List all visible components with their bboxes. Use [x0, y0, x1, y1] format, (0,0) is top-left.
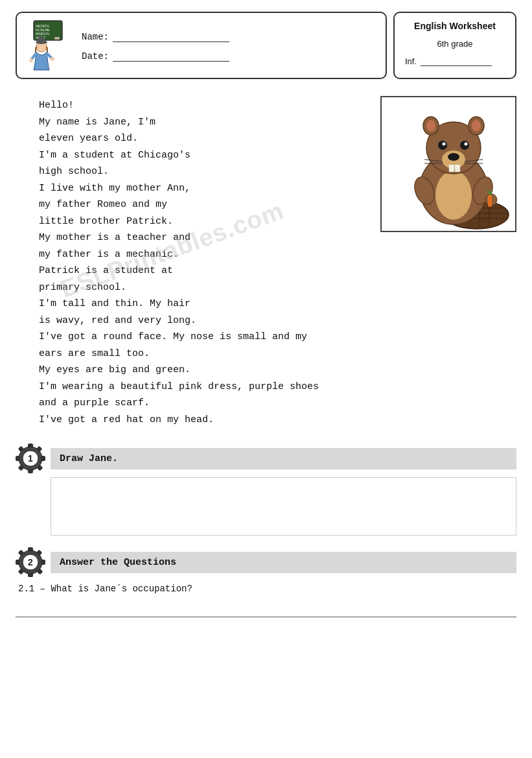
mother-line: My mother is a teacher and — [39, 230, 374, 246]
svg-text:1: 1 — [28, 453, 33, 464]
inf-row: Inf. — [405, 56, 505, 66]
exercise-2-label: Answer the Questions — [51, 552, 516, 573]
svg-rect-36 — [455, 165, 460, 172]
name-line: My name is Jane, I'm — [39, 114, 374, 131]
svg-point-12 — [51, 57, 54, 61]
father-line: my father is a mechanic. — [39, 246, 374, 263]
svg-point-27 — [472, 120, 481, 132]
hat-line: I've got a red hat on my head. — [39, 412, 374, 429]
ears-line: ears are small too. — [39, 346, 374, 362]
live-line2: my father Romeo and my — [39, 196, 374, 213]
svg-point-22 — [435, 171, 472, 220]
reading-text: Hello! My name is Jane, I'm eleven years… — [16, 93, 380, 432]
name-field[interactable] — [113, 32, 229, 42]
live-line1: I live with my mother Ann, — [39, 180, 374, 197]
exercise-1-header: 1 Draw Jane. — [16, 444, 516, 473]
hair-line: is wavy, red and very long. — [39, 313, 374, 329]
drawing-area[interactable] — [51, 477, 516, 536]
svg-rect-44 — [488, 195, 492, 207]
student-line1: I'm a student at Chicago's — [39, 147, 374, 164]
exercise-2-badge: 2 — [16, 547, 45, 577]
gear-badge-1: 1 — [16, 444, 45, 473]
live-line3: little brother Patrick. — [39, 213, 374, 230]
svg-rect-35 — [449, 165, 454, 172]
answer-line-2-1[interactable] — [16, 606, 516, 617]
patrick-line2: primary school. — [39, 279, 374, 296]
age-line: eleven years old. — [39, 130, 374, 147]
svg-rect-8 — [38, 37, 45, 43]
image-box — [380, 96, 516, 232]
content-area: ESLPrintables.com Hello! My name is Jane… — [16, 93, 516, 432]
teacher-illustration: ABCDEFG HIJKLMN OPQRSTU VWXYZ — [22, 19, 74, 71]
beaver-illustration — [386, 96, 515, 231]
date-row: Date: — [82, 51, 229, 62]
name-date-block: Name: Date: — [82, 29, 229, 62]
worksheet-title: English Worksheet — [405, 21, 505, 31]
grade-text: 6th grade — [405, 39, 505, 49]
svg-point-31 — [465, 143, 468, 146]
svg-point-30 — [443, 143, 446, 146]
svg-point-26 — [426, 120, 435, 132]
face-line: I've got a round face. My nose is small … — [39, 329, 374, 346]
exercise-1-badge: 1 — [16, 444, 45, 473]
name-row: Name: — [82, 32, 229, 42]
wearing-line1: I'm wearing a beautiful pink dress, purp… — [39, 379, 374, 396]
header-left-box: ABCDEFG HIJKLMN OPQRSTU VWXYZ — [16, 12, 387, 79]
wearing-line2: and a purple scarf. — [39, 395, 374, 412]
inf-label: Inf. — [405, 56, 417, 66]
svg-point-11 — [29, 58, 33, 62]
student-line2: high school. — [39, 163, 374, 180]
svg-rect-5 — [54, 37, 60, 40]
hello-line: Hello! — [39, 97, 374, 114]
exercise-1-label: Draw Jane. — [51, 448, 516, 469]
exercise-1-section: 1 Draw Jane. — [16, 444, 516, 536]
name-label: Name: — [82, 32, 109, 42]
patrick-line1: Patrick is a student at — [39, 263, 374, 279]
svg-text:2: 2 — [28, 557, 33, 567]
svg-point-29 — [460, 141, 469, 150]
inf-field[interactable] — [421, 57, 492, 66]
exercise-2-section: 2 Answer the Questions 2.1 – What is Jan… — [16, 547, 516, 617]
eyes-line: My eyes are big and green. — [39, 362, 374, 379]
date-label: Date: — [82, 51, 109, 62]
header: ABCDEFG HIJKLMN OPQRSTU VWXYZ — [16, 12, 516, 79]
exercise-2-header: 2 Answer the Questions — [16, 547, 516, 577]
question-2-1: 2.1 – What is Jane´s occupation? — [18, 584, 516, 594]
main-content: Hello! My name is Jane, I'm eleven years… — [16, 93, 516, 432]
svg-point-28 — [438, 141, 447, 150]
tall-line: I'm tall and thin. My hair — [39, 296, 374, 313]
svg-point-34 — [448, 153, 459, 161]
header-right-box: English Worksheet 6th grade Inf. — [393, 12, 516, 79]
date-field[interactable] — [113, 51, 229, 62]
gear-badge-2: 2 — [16, 547, 45, 577]
